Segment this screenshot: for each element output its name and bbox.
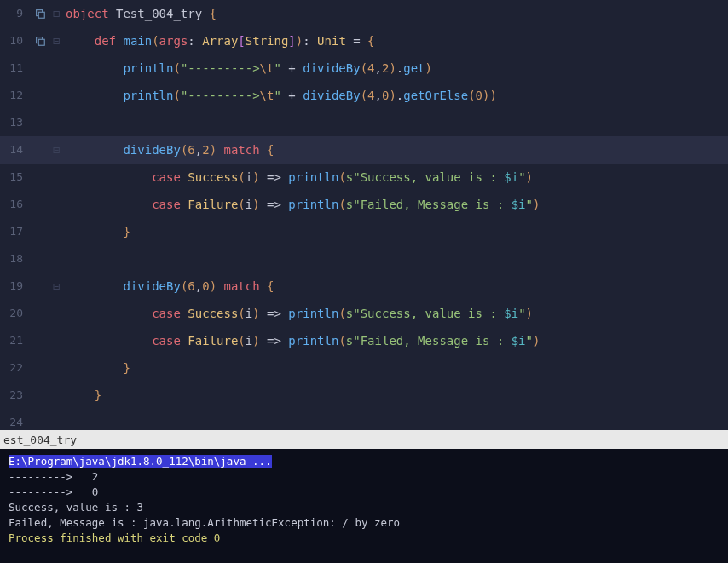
- code-text: }: [62, 382, 101, 409]
- fold-indicator[interactable]: ⊟: [50, 27, 62, 55]
- fold-indicator[interactable]: ⊟: [50, 273, 62, 300]
- code-text: println("--------->\t" + divideBy(4,2).g…: [62, 55, 432, 82]
- code-text: case Failure(i) => println(s"Failed, Mes…: [62, 191, 540, 218]
- svg-rect-3: [38, 39, 44, 45]
- code-line-current[interactable]: 14 ⊟ divideBy(6,2) match {: [0, 136, 728, 164]
- code-line[interactable]: 10 ⊟ def main(args: Array[String]): Unit…: [0, 27, 728, 55]
- code-text: def main(args: Array[String]): Unit = {: [62, 27, 375, 55]
- line-number: 18: [0, 245, 30, 273]
- code-line[interactable]: 22 }: [0, 354, 728, 382]
- line-number: 13: [0, 109, 30, 136]
- code-text: case Failure(i) => println(s"Failed, Mes…: [62, 327, 540, 354]
- console-command: E:\Program\java\jdk1.8.0_112\bin\java ..…: [9, 454, 719, 469]
- code-text: divideBy(6,0) match {: [62, 273, 274, 300]
- code-line[interactable]: 15 case Success(i) => println(s"Success,…: [0, 164, 728, 191]
- line-number: 9: [0, 0, 30, 27]
- console-output-line: Success, value is : 3: [9, 500, 719, 515]
- code-text: object Test_004_try {: [62, 0, 217, 27]
- line-number: 10: [0, 27, 30, 55]
- fold-indicator[interactable]: ⊟: [50, 136, 62, 164]
- line-number: 12: [0, 82, 30, 109]
- line-number: 24: [0, 409, 30, 436]
- fold-indicator[interactable]: ⊟: [50, 0, 62, 27]
- code-text: case Success(i) => println(s"Success, va…: [62, 164, 533, 191]
- line-number: 17: [0, 218, 30, 245]
- code-line[interactable]: 20 case Success(i) => println(s"Success,…: [0, 300, 728, 327]
- code-line[interactable]: 19 ⊟ divideBy(6,0) match {: [0, 273, 728, 300]
- line-number: 21: [0, 327, 30, 354]
- console-exit-line: Process finished with exit code 0: [9, 531, 719, 546]
- copy-icon[interactable]: [30, 8, 50, 20]
- code-line[interactable]: 21 case Failure(i) => println(s"Failed, …: [0, 327, 728, 354]
- code-text: println("--------->\t" + divideBy(4,0).g…: [62, 82, 497, 109]
- code-text: }: [62, 218, 130, 245]
- code-line[interactable]: 18: [0, 245, 728, 273]
- line-number: 16: [0, 191, 30, 218]
- line-number: 23: [0, 382, 30, 409]
- code-line[interactable]: 17 }: [0, 218, 728, 245]
- svg-rect-1: [38, 12, 44, 18]
- copy-icon[interactable]: [30, 35, 50, 47]
- line-number: 19: [0, 273, 30, 300]
- code-line[interactable]: 9 ⊟ object Test_004_try {: [0, 0, 728, 27]
- code-line[interactable]: 13: [0, 109, 728, 136]
- code-text: divideBy(6,2) match {: [62, 136, 274, 164]
- code-line[interactable]: 16 case Failure(i) => println(s"Failed, …: [0, 191, 728, 218]
- code-text: case Success(i) => println(s"Success, va…: [62, 300, 533, 327]
- line-number: 14: [0, 136, 30, 164]
- console-output[interactable]: E:\Program\java\jdk1.8.0_112\bin\java ..…: [0, 449, 728, 563]
- code-line[interactable]: 24: [0, 409, 728, 436]
- code-line[interactable]: 23 }: [0, 382, 728, 409]
- run-tab-label: est_004_try: [3, 434, 77, 446]
- code-text: }: [62, 354, 130, 382]
- line-number: 22: [0, 354, 30, 382]
- console-output-line: ---------> 0: [9, 485, 719, 500]
- code-line[interactable]: 12 println("--------->\t" + divideBy(4,0…: [0, 82, 728, 109]
- console-output-line: Failed, Message is : java.lang.Arithmeti…: [9, 515, 719, 531]
- line-number: 20: [0, 300, 30, 327]
- console-output-line: ---------> 2: [9, 469, 719, 485]
- line-number: 11: [0, 55, 30, 82]
- code-editor[interactable]: 9 ⊟ object Test_004_try { 10 ⊟ def main(…: [0, 0, 728, 430]
- code-line[interactable]: 11 println("--------->\t" + divideBy(4,2…: [0, 55, 728, 82]
- line-number: 15: [0, 164, 30, 191]
